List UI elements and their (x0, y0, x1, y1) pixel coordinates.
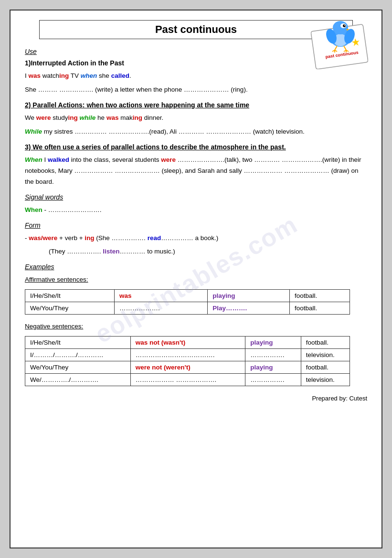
use-section: Use 1)Interrupted Action in the Past I w… (25, 48, 367, 402)
cell-verb: playing (245, 361, 301, 374)
table-row: I/He/She/It was not (wasn't) playing foo… (25, 337, 350, 349)
cell-verb: ……………. (245, 349, 301, 361)
section3-heading: 3) We often use a series of parallel act… (25, 143, 367, 151)
examples-section: Examples Affirmative sentences: I/He/She… (25, 263, 367, 386)
cell-subject: I/He/She/It (25, 290, 115, 302)
affirmative-table: I/He/She/It was playing football. We/You… (25, 289, 350, 315)
form-line1: - was/were + verb + ing (She ……………. read… (25, 233, 367, 244)
negative-table: I/He/She/It was not (wasn't) playing foo… (25, 336, 350, 386)
section3: 3) We often use a series of parallel act… (25, 143, 367, 188)
negative-heading: Negative sentences: (25, 321, 367, 332)
signal-words-heading: Signal words (25, 193, 367, 201)
cell-aux: was (115, 290, 208, 302)
cell-subject: We/…………./…………. (25, 374, 131, 386)
cell-obj: football. (301, 337, 350, 349)
section1-example1: I was watching TV when she called. (25, 71, 367, 82)
cell-obj: television. (301, 349, 350, 361)
table-row: We/You/They ………………. Play………. football. (25, 302, 350, 315)
svg-point-7 (343, 24, 346, 27)
svg-point-8 (344, 25, 345, 26)
cell-aux: ………………………………. (130, 349, 245, 361)
cell-subject: We/You/They (25, 302, 115, 315)
table-row: I/He/She/It was playing football. (25, 290, 350, 302)
cell-obj: football. (290, 290, 350, 302)
form-heading: Form (25, 221, 367, 229)
cell-verb: playing (208, 290, 290, 302)
prepared-by: Prepared by: Cutest (25, 395, 367, 402)
cell-subject: We/You/They (25, 361, 131, 374)
cell-verb: ……………. (245, 374, 301, 386)
cell-subject: I/………/………./………… (25, 349, 131, 361)
cell-obj: television. (301, 374, 350, 386)
form-section: Form - was/were + verb + ing (She …………….… (25, 221, 367, 258)
section2-example2: While my sistres …………… ……………….(read), Al… (25, 126, 367, 137)
section1-example2: She ……… ……………. (write) a letter when the… (25, 84, 367, 95)
bird-decoration: past continuous (311, 19, 368, 69)
signal-words-line: When - ……………………. (25, 205, 367, 216)
table-row: We/…………./…………. ……………… ………………. ……………. tel… (25, 374, 350, 386)
svg-point-5 (333, 21, 348, 34)
cell-aux: was not (wasn't) (130, 337, 245, 349)
section2-example1: We were studying while he was making din… (25, 113, 367, 124)
table-row: I/………/………./………… ………………………………. ……………. tel… (25, 349, 350, 361)
cell-subject: I/He/She/It (25, 337, 131, 349)
cell-obj: football. (301, 361, 350, 374)
section2-heading: 2) Parallel Actions: when two actions we… (25, 101, 367, 109)
section3-example: When I walked into the class, several st… (25, 155, 367, 188)
section2: 2) Parallel Actions: when two actions we… (25, 101, 367, 137)
cell-aux: were not (weren't) (130, 361, 245, 374)
cell-obj: football. (290, 302, 350, 315)
cell-verb: Play………. (208, 302, 290, 315)
page-title: Past continuous (155, 23, 237, 35)
form-line2: (They ……………. listen………… to music.) (49, 246, 367, 257)
table-row: We/You/They were not (weren't) playing f… (25, 361, 350, 374)
title-box: Past continuous (39, 20, 353, 39)
cell-aux: ………………. (115, 302, 208, 315)
cell-aux: ……………… ………………. (130, 374, 245, 386)
cell-verb: playing (245, 337, 301, 349)
page: eolprintables.com past continuous (10, 10, 382, 548)
examples-heading: Examples (25, 263, 367, 271)
signal-words-section: Signal words When - ……………………. (25, 193, 367, 216)
affirmative-heading: Affirmative sentences: (25, 274, 367, 285)
